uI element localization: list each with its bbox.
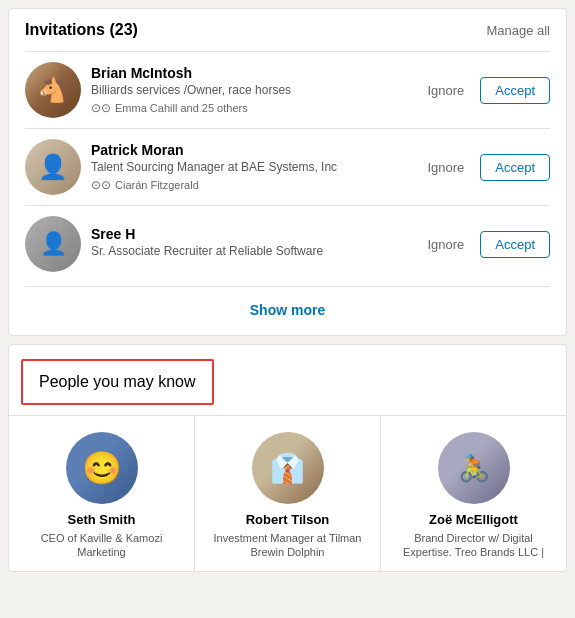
mutual-text-brian: Emma Cahill and 25 others: [115, 102, 248, 114]
accept-button-sree[interactable]: Accept: [480, 231, 550, 258]
person-card-seth: Seth Smith CEO of Kaville & Kamozi Marke…: [9, 416, 195, 571]
person-title-robert: Investment Manager at Tilman Brewin Dolp…: [203, 531, 372, 560]
manage-all-link[interactable]: Manage all: [486, 23, 550, 38]
invitation-info-patrick: Patrick Moran Talent Sourcing Manager at…: [91, 142, 411, 193]
people-header-wrapper: People you may know: [9, 345, 566, 415]
invitation-title-brian: Billiards services /Owner, race horses: [91, 83, 411, 99]
invitation-actions-patrick: Ignore Accept: [421, 154, 550, 181]
invitation-actions-brian: Ignore Accept: [421, 77, 550, 104]
invitation-info-brian: Brian McIntosh Billiards services /Owner…: [91, 65, 411, 116]
invitation-title-patrick: Talent Sourcing Manager at BAE Systems, …: [91, 160, 411, 176]
invitations-card: Invitations (23) Manage all Brian McInto…: [8, 8, 567, 336]
people-card: People you may know Seth Smith CEO of Ka…: [8, 344, 567, 572]
accept-button-patrick[interactable]: Accept: [480, 154, 550, 181]
person-title-seth: CEO of Kaville & Kamozi Marketing: [17, 531, 186, 560]
avatar-patrick: [25, 139, 81, 195]
show-more-container: Show more: [25, 286, 550, 323]
invitations-title: Invitations (23): [25, 21, 138, 39]
ignore-button-brian[interactable]: Ignore: [421, 79, 470, 102]
mutual-connection-brian: ⊙⊙ Emma Cahill and 25 others: [91, 101, 411, 115]
avatar-brian: [25, 62, 81, 118]
avatar-zoe: [438, 432, 510, 504]
people-header: People you may know: [21, 359, 214, 405]
person-name-seth: Seth Smith: [68, 512, 136, 528]
avatar-sree: [25, 216, 81, 272]
invitation-name-patrick: Patrick Moran: [91, 142, 411, 158]
connection-icon-patrick: ⊙⊙: [91, 178, 111, 192]
show-more-button[interactable]: Show more: [250, 302, 325, 318]
invitation-name-brian: Brian McIntosh: [91, 65, 411, 81]
person-card-zoe: Zoë McElligott Brand Director w/ Digital…: [381, 416, 566, 571]
ignore-button-sree[interactable]: Ignore: [421, 233, 470, 256]
avatar-seth: [66, 432, 138, 504]
mutual-text-patrick: Ciarán Fitzgerald: [115, 179, 199, 191]
person-name-robert: Robert Tilson: [246, 512, 330, 528]
people-section-title: People you may know: [39, 373, 196, 390]
people-grid: Seth Smith CEO of Kaville & Kamozi Marke…: [9, 415, 566, 571]
card-header: Invitations (23) Manage all: [25, 21, 550, 39]
person-card-robert: Robert Tilson Investment Manager at Tilm…: [195, 416, 381, 571]
invitation-item-sree: Sree H Sr. Associate Recruiter at Reliab…: [25, 205, 550, 282]
person-title-zoe: Brand Director w/ Digital Expertise. Tre…: [389, 531, 558, 560]
person-name-zoe: Zoë McElligott: [429, 512, 518, 528]
invitation-info-sree: Sree H Sr. Associate Recruiter at Reliab…: [91, 226, 411, 263]
mutual-connection-patrick: ⊙⊙ Ciarán Fitzgerald: [91, 178, 411, 192]
avatar-robert: [252, 432, 324, 504]
invitations-title-text: Invitations: [25, 21, 105, 38]
accept-button-brian[interactable]: Accept: [480, 77, 550, 104]
ignore-button-patrick[interactable]: Ignore: [421, 156, 470, 179]
invitation-title-sree: Sr. Associate Recruiter at Reliable Soft…: [91, 244, 411, 260]
invitation-item-brian: Brian McIntosh Billiards services /Owner…: [25, 51, 550, 128]
invitation-actions-sree: Ignore Accept: [421, 231, 550, 258]
invitations-count: (23): [109, 21, 137, 38]
invitation-item-patrick: Patrick Moran Talent Sourcing Manager at…: [25, 128, 550, 205]
connection-icon: ⊙⊙: [91, 101, 111, 115]
invitation-name-sree: Sree H: [91, 226, 411, 242]
